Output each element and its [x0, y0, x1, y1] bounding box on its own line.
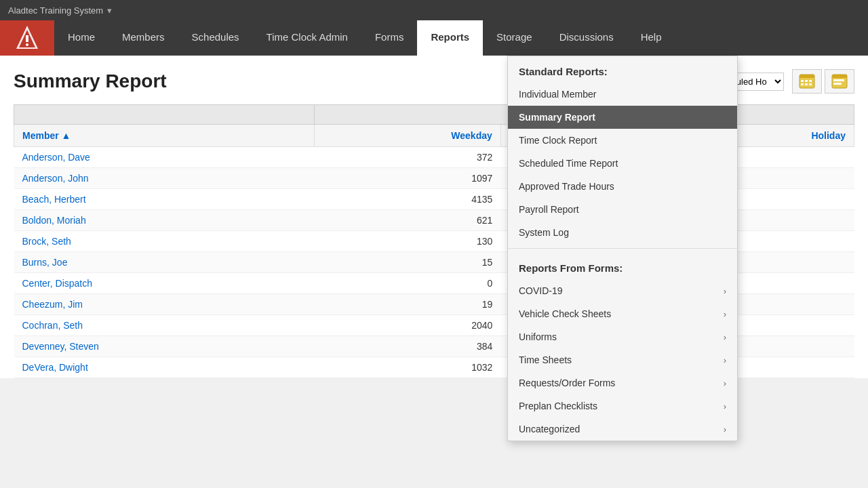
view-calendar-month[interactable] [792, 69, 822, 94]
cell-member[interactable]: Burns, Joe [14, 252, 315, 273]
nav-item-forms[interactable]: Forms [361, 20, 418, 56]
svg-rect-6 [801, 80, 804, 82]
nav-item-discussions[interactable]: Discussions [546, 20, 627, 56]
chevron-right-icon: › [724, 401, 726, 411]
svg-rect-9 [801, 83, 804, 85]
forms-item-label: Requests/Order Forms [519, 378, 615, 388]
standard-items: Individual MemberSummary ReportTime Cloc… [508, 83, 737, 244]
top-bar-arrow[interactable]: ▾ [107, 5, 112, 16]
cell-member[interactable]: Boldon, Moriah [14, 210, 315, 231]
forms-item-label: Uncategorized [519, 424, 580, 434]
nav-item-storage[interactable]: Storage [483, 20, 546, 56]
dropdown-standard-item[interactable]: Approved Trade Hours [508, 175, 737, 198]
cell-member[interactable]: Anderson, John [14, 168, 315, 189]
dropdown-divider [508, 248, 737, 249]
cell-member[interactable]: Anderson, Dave [14, 147, 315, 168]
nav-item-time-clock-admin[interactable]: Time Clock Admin [253, 20, 361, 56]
nav-item-reports[interactable]: Reports [417, 20, 483, 56]
dropdown-forms-item[interactable]: Uniforms› [508, 325, 737, 348]
cell-member[interactable]: Beach, Herbert [14, 189, 315, 210]
dropdown-forms-item[interactable]: Requests/Order Forms› [508, 371, 737, 394]
cell-member[interactable]: Brock, Seth [14, 231, 315, 252]
dropdown-standard-item[interactable]: System Log [508, 221, 737, 244]
calendar-month-icon [799, 74, 815, 89]
standard-reports-title: Standard Reports: [508, 56, 737, 83]
view-calendar-week[interactable] [825, 69, 854, 94]
nav-logo [0, 20, 54, 56]
forms-item-label: Vehicle Check Sheets [519, 308, 611, 319]
chevron-right-icon: › [724, 424, 726, 434]
svg-rect-2 [26, 35, 28, 42]
dropdown-forms-item[interactable]: Uncategorized› [508, 418, 737, 441]
cell-weekday: 130 [314, 231, 500, 252]
cell-weekday: 1032 [314, 357, 500, 378]
view-buttons [792, 69, 854, 94]
nav-items: HomeMembersSchedulesTime Clock AdminForm… [54, 20, 675, 56]
cell-member[interactable]: Cheezum, Jim [14, 294, 315, 315]
col-header-0[interactable]: Member ▲ [14, 125, 315, 147]
forms-item-label: Time Sheets [519, 354, 572, 365]
svg-rect-7 [805, 80, 808, 82]
nav-item-schedules[interactable]: Schedules [178, 20, 253, 56]
cell-member[interactable]: Cochran, Seth [14, 315, 315, 336]
cell-weekday: 15 [314, 252, 500, 273]
dropdown-forms-item[interactable]: Preplan Checklists› [508, 394, 737, 418]
svg-rect-15 [833, 83, 842, 85]
svg-rect-8 [809, 80, 812, 82]
svg-rect-11 [809, 83, 812, 85]
reports-dropdown: Standard Reports: Individual MemberSumma… [507, 56, 738, 441]
svg-rect-5 [800, 75, 814, 78]
svg-point-3 [26, 43, 28, 46]
nav-item-home[interactable]: Home [54, 20, 108, 56]
dropdown-standard-item[interactable]: Scheduled Time Report [508, 152, 737, 175]
svg-rect-10 [805, 83, 808, 85]
chevron-right-icon: › [724, 309, 726, 319]
forms-item-label: Uniforms [519, 331, 557, 342]
cell-member[interactable]: Devenney, Steven [14, 336, 315, 357]
dropdown-forms-item[interactable]: Vehicle Check Sheets› [508, 302, 737, 325]
forms-item-label: COVID-19 [519, 285, 563, 296]
calendar-week-icon [831, 74, 848, 89]
cell-member[interactable]: Center, Dispatch [14, 273, 315, 294]
cell-weekday: 19 [314, 294, 500, 315]
cell-weekday: 0 [314, 273, 500, 294]
forms-items: COVID-19›Vehicle Check Sheets›Uniforms›T… [508, 279, 737, 441]
cell-member[interactable]: DeVera, Dwight [14, 357, 315, 378]
app-title: Aladtec Training System [8, 5, 103, 16]
col-member-header-blank [14, 105, 315, 125]
dropdown-forms-item[interactable]: Time Sheets› [508, 348, 737, 371]
svg-rect-13 [832, 75, 847, 78]
forms-item-label: Preplan Checklists [519, 401, 597, 411]
top-bar: Aladtec Training System ▾ [0, 0, 868, 20]
dropdown-forms-item[interactable]: COVID-19› [508, 279, 737, 302]
chevron-right-icon: › [724, 286, 726, 296]
nav-item-members[interactable]: Members [108, 20, 178, 56]
col-header-1[interactable]: Weekday [314, 125, 500, 147]
chevron-right-icon: › [724, 332, 726, 342]
dropdown-standard-item[interactable]: Summary Report [508, 106, 737, 129]
cell-weekday: 1097 [314, 168, 500, 189]
main-nav: HomeMembersSchedulesTime Clock AdminForm… [0, 20, 868, 56]
logo-icon [12, 23, 42, 53]
cell-weekday: 4135 [314, 189, 500, 210]
chevron-right-icon: › [724, 355, 726, 365]
cell-weekday: 372 [314, 147, 500, 168]
cell-weekday: 2040 [314, 315, 500, 336]
cell-weekday: 621 [314, 210, 500, 231]
svg-rect-14 [833, 79, 844, 81]
dropdown-standard-item[interactable]: Payroll Report [508, 198, 737, 221]
main-content: Summary Report Filter: Scheduled Ho [0, 56, 868, 378]
forms-reports-title: Reports From Forms: [508, 253, 737, 279]
dropdown-standard-item[interactable]: Individual Member [508, 83, 737, 106]
dropdown-standard-item[interactable]: Time Clock Report [508, 129, 737, 152]
cell-weekday: 384 [314, 336, 500, 357]
nav-item-help[interactable]: Help [627, 20, 675, 56]
chevron-right-icon: › [724, 378, 726, 388]
